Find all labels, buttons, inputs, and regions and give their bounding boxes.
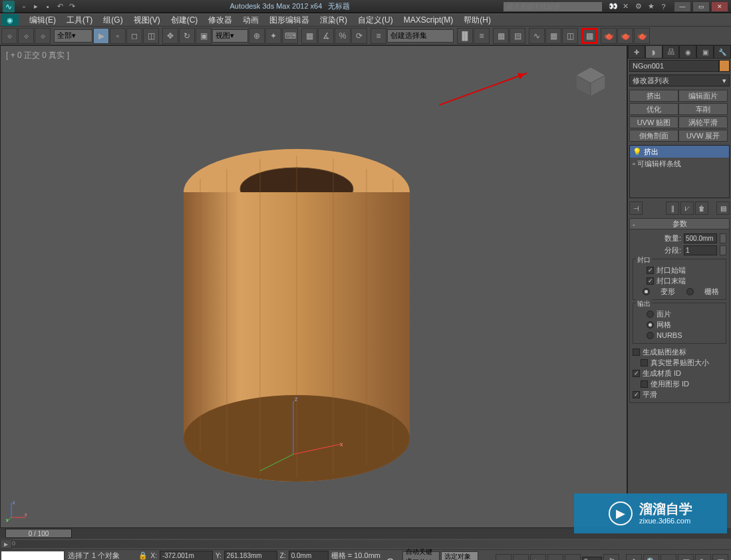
gen-uv-checkbox[interactable] <box>633 349 640 356</box>
morph-radio[interactable] <box>643 288 650 295</box>
star-icon[interactable]: ★ <box>646 1 656 11</box>
dope-sheet-icon[interactable]: ▦ <box>545 28 561 44</box>
prev-frame-icon[interactable]: ◂ <box>513 554 529 561</box>
maximize-button[interactable]: ▭ <box>692 1 710 12</box>
minimize-button[interactable]: — <box>674 1 691 12</box>
menu-customize[interactable]: 自定义(U) <box>353 13 398 27</box>
goto-end-icon[interactable]: ⏭ <box>565 554 581 561</box>
nav-zoomext-icon[interactable]: ◫ <box>678 554 694 561</box>
save-icon[interactable]: ▪ <box>43 1 53 12</box>
mod-btn-optimize[interactable]: 优化 <box>629 103 678 115</box>
mod-btn-extrude[interactable]: 挤出 <box>629 90 678 102</box>
pin-stack-icon[interactable]: ⊣ <box>629 202 643 215</box>
use-shape-checkbox[interactable] <box>641 380 648 388</box>
selection-filter-combo[interactable]: 全部 ▾ <box>54 29 92 43</box>
refsys-combo[interactable]: 视图 ▾ <box>212 29 248 43</box>
current-frame[interactable]: 0 <box>582 557 602 560</box>
cap-end-checkbox[interactable]: ✓ <box>647 277 654 285</box>
binoculars-icon[interactable]: 👀 <box>608 1 618 11</box>
window-crossing-icon[interactable]: ◫ <box>143 28 159 44</box>
object-color-swatch[interactable] <box>719 60 730 72</box>
menu-grapheditors[interactable]: 图形编辑器 <box>264 13 315 27</box>
undo-icon[interactable]: ↶ <box>55 1 65 12</box>
bind-icon[interactable]: ⟐ <box>35 28 51 44</box>
tool-icon[interactable]: ✕ <box>621 1 631 11</box>
tab-display[interactable]: ▣ <box>696 45 714 59</box>
time-slider-handle[interactable]: 0 / 100 <box>5 529 72 538</box>
nav-orbit-icon[interactable]: ↻ <box>695 554 711 561</box>
goto-start-icon[interactable]: ⏮ <box>496 554 512 561</box>
selkey-combo[interactable]: 选定对象 <box>441 551 478 560</box>
open-icon[interactable]: ▸ <box>31 1 41 12</box>
keymode-icon[interactable]: ⌨ <box>282 28 298 44</box>
nav-fov-icon[interactable]: ▱ <box>660 554 676 561</box>
remove-mod-icon[interactable]: 🗑 <box>695 202 708 215</box>
help-icon[interactable]: ? <box>658 1 668 11</box>
schematic-icon[interactable]: ◫ <box>562 28 578 44</box>
scale-icon[interactable]: ▣ <box>196 28 212 44</box>
key-icon[interactable]: ⊙┉ <box>386 555 401 560</box>
menu-tools[interactable]: 工具(T) <box>61 13 98 27</box>
snap-icon[interactable]: ▦ <box>301 28 317 44</box>
menu-views[interactable]: 视图(V) <box>128 13 166 27</box>
viewcube-icon[interactable] <box>571 62 611 102</box>
align-icon[interactable]: ≡ <box>474 28 490 44</box>
layers-icon[interactable]: ▦ <box>493 28 509 44</box>
viewport[interactable]: [ + 0 正交 0 真实 ] <box>0 45 627 528</box>
configure-sets-icon[interactable]: ▤ <box>716 202 730 215</box>
layer-manager-icon[interactable]: ▤ <box>510 28 525 44</box>
mod-btn-bevelprofile[interactable]: 倒角剖面 <box>629 130 678 142</box>
next-frame-icon[interactable]: ▸ <box>547 554 563 561</box>
rotate-icon[interactable]: ↻ <box>179 28 195 44</box>
mod-btn-uvwmap[interactable]: UVW 贴图 <box>629 116 678 128</box>
smooth-checkbox[interactable]: ✓ <box>633 391 640 398</box>
redo-icon[interactable]: ↷ <box>67 1 77 12</box>
nav-maximize-icon[interactable]: ▣ <box>712 554 728 561</box>
menu-rendering[interactable]: 渲染(R) <box>315 13 353 27</box>
help-search-input[interactable] <box>503 1 603 12</box>
nurbs-radio[interactable] <box>647 332 654 339</box>
curve-editor-icon[interactable]: ∿ <box>529 28 545 44</box>
angle-snap-icon[interactable]: ∡ <box>318 28 334 44</box>
stack-item-spline[interactable]: ▫ 可编辑样条线 <box>630 158 729 170</box>
percent-snap-icon[interactable]: % <box>335 28 351 44</box>
named-sel-edit-icon[interactable]: ≡ <box>370 28 386 44</box>
object-name-field[interactable]: NGon001 <box>629 60 719 72</box>
unique-icon[interactable]: ⩗ <box>680 202 694 215</box>
mod-btn-unwrap[interactable]: UVW 展开 <box>678 130 728 142</box>
tab-hierarchy[interactable]: 品 <box>662 45 680 59</box>
cap-start-checkbox[interactable]: ✓ <box>647 267 654 274</box>
stack-item-extrude[interactable]: 💡 挤出 <box>630 146 729 158</box>
mesh-radio[interactable] <box>647 321 654 329</box>
named-sel-combo[interactable]: 创建选择集 <box>387 29 454 43</box>
menu-help[interactable]: 帮助(H) <box>458 13 496 27</box>
trackbar-toggle-icon[interactable]: ▸ <box>0 539 12 549</box>
patch-radio[interactable] <box>647 311 654 318</box>
track-bar[interactable]: ▸ 0 <box>0 539 731 549</box>
modifier-stack[interactable]: 💡 挤出 ▫ 可编辑样条线 <box>629 145 730 198</box>
nav-zoom-icon[interactable]: 🔍 <box>643 554 659 561</box>
menu-create[interactable]: 创建(C) <box>166 13 204 27</box>
pivot-icon[interactable]: ⊕ <box>249 28 265 44</box>
nav-pan-icon[interactable]: ✥ <box>626 554 642 561</box>
mod-btn-editpatch[interactable]: 编辑面片 <box>678 90 728 102</box>
amount-spinner[interactable]: 500.0mm <box>684 233 717 243</box>
tab-motion[interactable]: ◉ <box>679 45 696 59</box>
show-end-icon[interactable]: ∥ <box>666 202 679 215</box>
modifier-list-combo[interactable]: 修改器列表▾ <box>629 74 730 86</box>
mirror-icon[interactable]: ▐▌ <box>457 28 473 44</box>
y-coord[interactable]: 261.183mm <box>224 551 277 560</box>
render-frame-icon[interactable]: 🫖 <box>617 28 633 44</box>
segments-stepper[interactable] <box>720 245 726 255</box>
rollup-header[interactable]: 参数 <box>630 219 729 229</box>
select-icon[interactable]: ▶ <box>93 28 109 44</box>
transform-gizmo-icon[interactable]: z x <box>253 394 347 474</box>
unlink-icon[interactable]: ⟐ <box>18 28 34 44</box>
menu-edit[interactable]: 编辑(E) <box>24 13 61 27</box>
segments-spinner[interactable]: 1 <box>684 245 717 255</box>
render-setup-icon[interactable]: 🫖 <box>601 28 617 44</box>
lock-icon[interactable]: 🔒 <box>138 551 148 560</box>
gen-mat-checkbox[interactable]: ✓ <box>633 370 640 377</box>
amount-stepper[interactable] <box>720 233 726 243</box>
tab-modify[interactable]: ◗ <box>645 45 662 59</box>
